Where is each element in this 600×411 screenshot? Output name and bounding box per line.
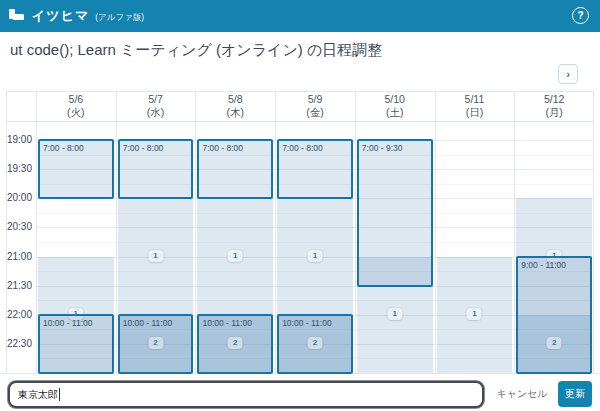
selected-slot-label: 10:00 - 11:00 — [279, 316, 351, 330]
day-column-5/7[interactable]: 127:00 - 8:0010:00 - 11:00 — [118, 121, 194, 373]
app-header: イツヒマ (アルファ版) ? — [0, 0, 600, 32]
day-header: 5/11(日) — [435, 91, 515, 121]
time-label: 22:00 — [6, 309, 32, 320]
selected-slot-label: 7:00 - 8:00 — [279, 141, 351, 155]
selected-slot[interactable]: 10:00 - 11:00 — [38, 314, 114, 374]
time-label: 19:00 — [6, 134, 32, 145]
selected-slot-label: 7:00 - 9:30 — [359, 141, 431, 155]
day-header: 5/6(火) — [36, 91, 116, 121]
grid-line — [116, 91, 117, 373]
day-header: 5/8(木) — [195, 91, 275, 121]
next-week-button[interactable]: › — [558, 64, 578, 84]
selected-slot[interactable]: 7:00 - 8:00 — [118, 139, 194, 199]
day-header: 5/12(月) — [514, 91, 594, 121]
selected-slot[interactable]: 10:00 - 11:00 — [118, 314, 194, 374]
selected-slot[interactable]: 7:00 - 9:30 — [357, 139, 433, 287]
time-label: 21:00 — [6, 251, 32, 262]
selected-slot-label: 10:00 - 11:00 — [199, 316, 271, 330]
selected-slot[interactable]: 7:00 - 8:00 — [38, 139, 114, 199]
update-button[interactable]: 更新 — [558, 381, 592, 407]
selected-slot[interactable]: 9:00 - 11:00 — [516, 256, 592, 375]
availability-count-badge: 1 — [307, 250, 322, 262]
availability-count-badge: 1 — [387, 308, 402, 320]
selected-slot[interactable]: 10:00 - 11:00 — [197, 314, 273, 374]
selected-slot-label: 10:00 - 11:00 — [120, 316, 192, 330]
day-column-5/12[interactable]: 129:00 - 11:00 — [516, 121, 592, 373]
grid-line — [593, 91, 594, 373]
chevron-right-icon: › — [566, 68, 570, 80]
availability-count-badge: 1 — [228, 250, 243, 262]
text-caret — [59, 388, 60, 401]
selected-slot[interactable]: 7:00 - 8:00 — [277, 139, 353, 199]
selected-slot[interactable]: 10:00 - 11:00 — [277, 314, 353, 374]
time-label: 22:30 — [6, 338, 32, 349]
time-label: 21:30 — [6, 280, 32, 291]
help-icon[interactable]: ? — [572, 7, 589, 24]
grid-line — [355, 91, 356, 373]
selected-slot-label: 7:00 - 8:00 — [199, 141, 271, 155]
grid-line — [275, 91, 276, 373]
day-column-5/6[interactable]: 17:00 - 8:0010:00 - 11:00 — [38, 121, 114, 373]
time-label: 20:30 — [6, 221, 32, 232]
availability-count-badge: 1 — [148, 250, 163, 262]
selected-slot-label: 7:00 - 8:00 — [120, 141, 192, 155]
page: イツヒマ (アルファ版) ? ut code(); Learn ミーティング (… — [0, 0, 600, 411]
app-logo-icon — [9, 9, 24, 24]
page-title: ut code(); Learn ミーティング (オンライン) の日程調整 — [10, 41, 382, 60]
selected-slot-label: 9:00 - 11:00 — [518, 258, 590, 272]
day-column-5/10[interactable]: 17:00 - 9:30 — [357, 121, 433, 373]
availability-count-badge: 1 — [467, 308, 482, 320]
selected-slot-label: 7:00 - 8:00 — [40, 141, 112, 155]
day-column-5/8[interactable]: 127:00 - 8:0010:00 - 11:00 — [197, 121, 273, 373]
time-label: 20:00 — [6, 192, 32, 203]
day-header: 5/9(金) — [275, 91, 355, 121]
app-name: イツヒマ — [32, 7, 89, 25]
cancel-button[interactable]: キャンセル — [490, 381, 554, 407]
time-label: 19:30 — [6, 163, 32, 174]
participant-name-value: 東京太郎 — [18, 388, 58, 402]
grid-line — [36, 91, 37, 373]
day-header: 5/7(水) — [116, 91, 196, 121]
selected-slot-label: 10:00 - 11:00 — [40, 316, 112, 330]
grid-line — [435, 91, 436, 373]
alpha-version-tag: (アルファ版) — [95, 12, 144, 24]
day-column-5/11[interactable]: 1 — [437, 121, 513, 373]
day-header: 5/10(土) — [355, 91, 435, 121]
calendar-grid: 19:0019:3020:0020:3021:0021:3022:0022:30… — [6, 91, 594, 373]
grid-line — [514, 91, 515, 373]
day-column-5/9[interactable]: 127:00 - 8:0010:00 - 11:00 — [277, 121, 353, 373]
grid-line — [195, 91, 196, 373]
participant-name-input[interactable]: 東京太郎 — [8, 381, 484, 408]
selected-slot[interactable]: 7:00 - 8:00 — [197, 139, 273, 199]
